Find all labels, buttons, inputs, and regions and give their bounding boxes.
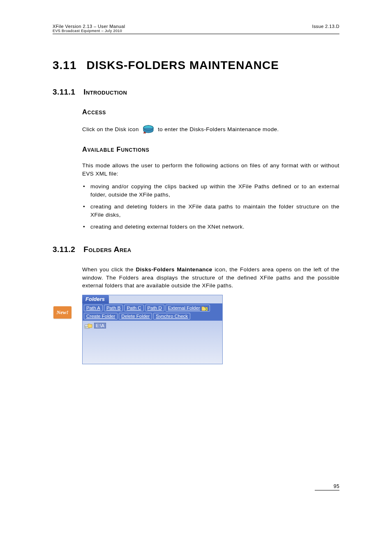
subsection-title: Folders Area — [83, 245, 131, 254]
new-badge-text: New! — [57, 309, 69, 316]
folders-toolbar-row-2: Create Folder Delete Folder Synchro Chec… — [84, 313, 221, 319]
subsection-number: 3.11.1 — [53, 88, 75, 97]
available-functions-intro: This mode allows the user to perform the… — [82, 162, 339, 178]
header-product-line: XFile Version 2.13 – User Manual — [53, 24, 125, 29]
section-title: 3.11 DISKS-FOLDERS MAINTENANCE — [53, 59, 339, 72]
path-c-button[interactable]: Path C — [124, 305, 143, 311]
page-number: 95 — [315, 483, 339, 490]
access-text-after: to enter the Disks-Folders Maintenance m… — [158, 126, 279, 132]
access-text-before: Click on the Disk icon — [82, 126, 141, 132]
header-issue: Issue 2.13.D — [312, 24, 339, 33]
subsection-introduction: 3.11.1 Introduction — [53, 88, 339, 97]
svg-point-4 — [85, 327, 86, 328]
page-header: XFile Version 2.13 – User Manual EVS Bro… — [53, 24, 339, 34]
header-company-line: EVS Broadcast Equipment – July 2010 — [53, 29, 125, 33]
folders-panel-tab[interactable]: Folders — [82, 295, 109, 303]
list-item: creating and deleting external folders o… — [82, 223, 339, 231]
path-a-button[interactable]: Path A — [84, 305, 103, 311]
path-b-button[interactable]: Path B — [104, 305, 123, 311]
subsection-title: Introduction — [83, 88, 127, 97]
folders-toolbar: Path A Path B Path C Path D External Fol… — [83, 303, 222, 321]
subsection-folders-area: 3.11.2 Folders Area — [53, 245, 339, 254]
access-heading: Access — [82, 108, 339, 116]
new-badge: New! — [53, 306, 71, 319]
tree-item-row[interactable]: E:\A — [84, 322, 221, 329]
folders-panel: Folders Path A Path B Path C Path D Exte… — [82, 295, 223, 364]
disk-icon — [142, 124, 154, 135]
folder-icon — [201, 305, 208, 311]
subsection-number: 3.11.2 — [53, 245, 75, 254]
list-item: creating and deleting folders in the XFi… — [82, 203, 339, 219]
section-number: 3.11 — [53, 59, 77, 72]
synchro-check-button[interactable]: Synchro Check — [153, 313, 190, 319]
path-d-button[interactable]: Path D — [145, 305, 164, 311]
folders-area-text-pre: When you click the — [82, 266, 136, 273]
external-folder-button[interactable]: External Folder — [166, 305, 210, 312]
folders-panel-tab-label: Folders — [85, 296, 105, 302]
available-functions-list: moving and/or copying the clips backed u… — [82, 183, 339, 231]
folders-area-paragraph: When you click the Disks-Folders Mainten… — [82, 266, 339, 290]
delete-folder-button[interactable]: Delete Folder — [119, 313, 152, 319]
list-item: moving and/or copying the clips backed u… — [82, 183, 339, 199]
folders-toolbar-row-1: Path A Path B Path C Path D External Fol… — [84, 305, 221, 312]
create-folder-button[interactable]: Create Folder — [84, 313, 118, 319]
section-title-text: DISKS-FOLDERS MAINTENANCE — [87, 59, 279, 72]
header-left: XFile Version 2.13 – User Manual EVS Bro… — [53, 24, 125, 33]
folders-tree: E:\A — [83, 321, 222, 364]
tree-item-label: E:\A — [94, 323, 106, 328]
folders-area-bold: Disks-Folders Maintenance — [136, 266, 212, 273]
drive-folder-icon — [84, 322, 92, 329]
available-functions-heading: Available Functions — [82, 146, 339, 153]
access-paragraph: Click on the Disk icon to enter the Disk… — [82, 124, 339, 135]
external-folder-label: External Folder — [168, 305, 200, 310]
